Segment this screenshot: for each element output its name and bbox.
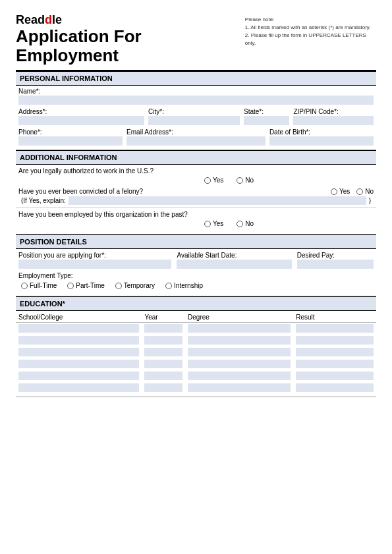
q2-no-radio[interactable] [356, 188, 363, 195]
q2-container: Have you ever been convicted of a felony… [16, 186, 376, 208]
q2-yes-radio[interactable] [331, 188, 337, 195]
name-label: Name*: [18, 88, 374, 95]
address-row: Address*: City*: State*: ZIP/PIN Code*: [16, 106, 376, 126]
internship-radio[interactable] [165, 283, 172, 289]
start-date-label: Available Start Date: [177, 252, 291, 259]
q3-yes-radio[interactable] [204, 221, 211, 227]
q1-options: Yes No [18, 175, 374, 186]
city-input[interactable] [148, 116, 240, 125]
year-input-1[interactable] [144, 324, 182, 333]
q1-yes-radio[interactable] [204, 177, 211, 184]
explain-input[interactable] [69, 196, 366, 205]
q2-no-label: No [365, 188, 374, 195]
start-date-field: Available Start Date: [177, 252, 291, 269]
position-label: Position you are applying for*: [18, 252, 171, 259]
q3-no-radio[interactable] [237, 221, 243, 227]
degree-input-5[interactable] [188, 372, 291, 380]
email-input[interactable] [126, 136, 266, 146]
employment-type-options: Full-Time Part-Time Temporary Internship [18, 279, 374, 293]
q2-yes-option[interactable]: Yes [331, 188, 350, 195]
q1-yes-option[interactable]: Yes [204, 177, 223, 184]
note-title: Please note: [245, 16, 376, 24]
degree-input-4[interactable] [188, 360, 291, 368]
dob-input[interactable] [269, 136, 374, 146]
zip-input[interactable] [293, 116, 374, 125]
col-degree: Degree [185, 312, 293, 323]
q1-no-option[interactable]: No [237, 177, 254, 184]
dob-label: Date of Birth*: [269, 128, 374, 136]
q3-yes-label: Yes [213, 220, 223, 227]
address-field: Address*: [18, 108, 144, 125]
result-input-6[interactable] [296, 383, 374, 392]
q2-no-option[interactable]: No [356, 188, 374, 195]
temporary-option[interactable]: Temporary [115, 282, 155, 289]
result-input-2[interactable] [296, 336, 374, 345]
start-date-input[interactable] [177, 260, 291, 269]
note-2: 2. Please fill up the form in UPPERCASE … [245, 32, 376, 47]
fulltime-radio[interactable] [21, 283, 28, 289]
school-input-2[interactable] [18, 336, 139, 345]
degree-input-6[interactable] [188, 383, 291, 392]
parttime-option[interactable]: Part-Time [67, 282, 105, 289]
result-input-3[interactable] [296, 348, 374, 356]
explain-label: (If Yes, explain: [21, 197, 66, 204]
zip-label: ZIP/PIN Code*: [293, 108, 374, 115]
degree-input-2[interactable] [188, 336, 291, 345]
table-row [16, 323, 376, 335]
temporary-radio[interactable] [115, 283, 122, 289]
internship-label: Internship [174, 282, 203, 289]
year-input-3[interactable] [144, 348, 182, 356]
degree-input-1[interactable] [188, 324, 291, 333]
result-input-1[interactable] [296, 324, 374, 333]
zip-field: ZIP/PIN Code*: [293, 108, 374, 125]
email-label: Email Address*: [126, 128, 266, 136]
school-input-3[interactable] [18, 348, 139, 356]
address-input[interactable] [18, 116, 144, 125]
address-label: Address*: [18, 108, 144, 115]
year-input-5[interactable] [144, 372, 182, 380]
q3-no-label: No [245, 220, 254, 227]
desired-pay-label: Desired Pay: [297, 252, 374, 259]
phone-input[interactable] [18, 136, 123, 146]
table-row [16, 346, 376, 358]
state-input[interactable] [244, 116, 289, 125]
header-notes: Please note: 1. All fields marked with a… [245, 13, 376, 47]
school-input-1[interactable] [18, 324, 139, 333]
position-input[interactable] [18, 260, 171, 269]
year-input-6[interactable] [144, 383, 182, 392]
result-input-5[interactable] [296, 372, 374, 380]
table-row [16, 358, 376, 370]
position-details-header: POSITION DETAILS [16, 235, 376, 249]
q3-no-option[interactable]: No [237, 220, 254, 227]
parttime-radio[interactable] [67, 283, 74, 289]
q3-options: Yes No [18, 218, 374, 229]
additional-information-section: ADDITIONAL INFORMATION Are you legally a… [16, 150, 376, 235]
position-field: Position you are applying for*: [18, 252, 171, 269]
q1-no-radio[interactable] [237, 177, 243, 184]
school-input-4[interactable] [18, 360, 139, 368]
year-input-2[interactable] [144, 336, 182, 345]
city-field: City*: [148, 108, 240, 125]
name-input[interactable] [18, 96, 374, 105]
school-input-5[interactable] [18, 372, 139, 380]
explain-row: (If Yes, explain: ) [18, 195, 374, 208]
school-input-6[interactable] [18, 383, 139, 392]
employment-type-container: Employment Type: Full-Time Part-Time Tem… [16, 271, 376, 293]
table-row [16, 335, 376, 346]
desired-pay-input[interactable] [297, 260, 374, 269]
q2-options: Yes No [331, 188, 374, 195]
note-1: 1. All fields marked with an asterisk (*… [245, 24, 376, 32]
header-left: Readdle Application For Employment [16, 13, 245, 65]
q3-yes-option[interactable]: Yes [204, 220, 223, 227]
year-input-4[interactable] [144, 360, 182, 368]
col-school: School/College [16, 312, 142, 323]
result-input-4[interactable] [296, 360, 374, 368]
internship-option[interactable]: Internship [165, 282, 203, 289]
explain-close: ) [369, 197, 371, 204]
phone-field: Phone*: [18, 128, 123, 146]
q2-text: Have you ever been convicted of a felony… [18, 188, 325, 195]
q3-container: Have you been employed by this organizat… [16, 208, 376, 231]
degree-input-3[interactable] [188, 348, 291, 356]
edu-header-row: School/College Year Degree Result [16, 312, 376, 323]
fulltime-option[interactable]: Full-Time [21, 282, 57, 289]
